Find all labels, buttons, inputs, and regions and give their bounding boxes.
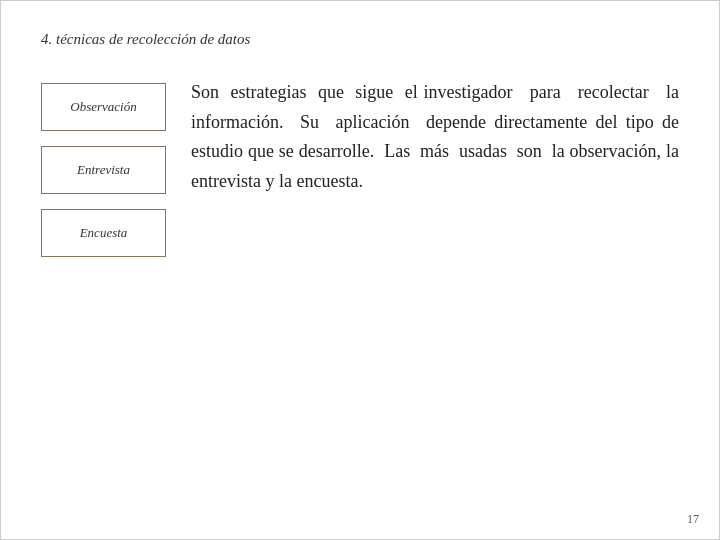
- slide-title: 4. técnicas de recolección de datos: [41, 31, 679, 48]
- slide: 4. técnicas de recolección de datos Obse…: [0, 0, 720, 540]
- body-content: Son estrategias que sigue el investigado…: [191, 82, 679, 191]
- label-encuesta: Encuesta: [41, 209, 166, 257]
- page-number: 17: [687, 512, 699, 527]
- label-observacion: Observación: [41, 83, 166, 131]
- label-entrevista: Entrevista: [41, 146, 166, 194]
- body-text: Son estrategias que sigue el investigado…: [191, 73, 679, 197]
- left-column: Observación Entrevista Encuesta: [41, 73, 171, 257]
- content-area: Observación Entrevista Encuesta Son estr…: [41, 73, 679, 257]
